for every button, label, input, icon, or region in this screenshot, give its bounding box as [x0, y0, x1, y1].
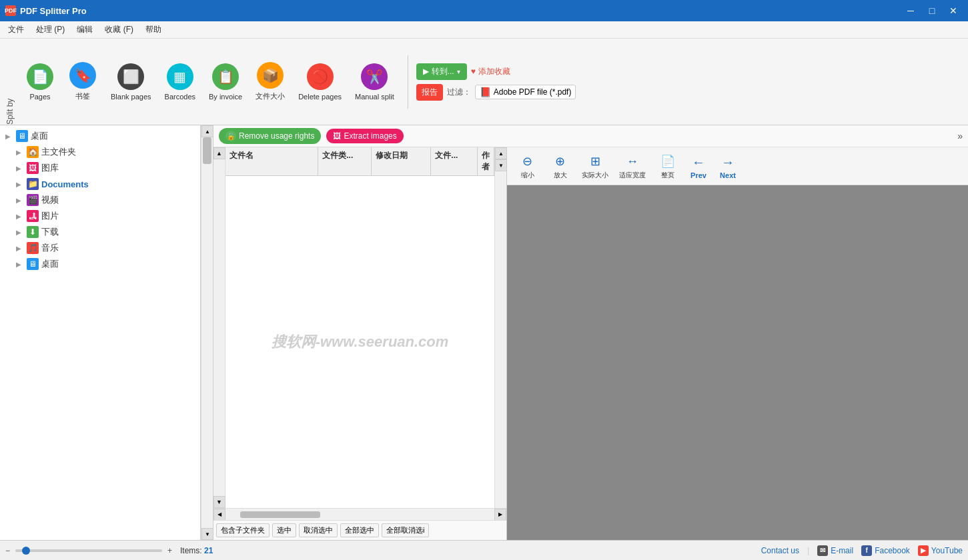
- home-icon: 🏠: [27, 146, 39, 158]
- header-type[interactable]: 文件类...: [318, 147, 372, 175]
- goto-button[interactable]: ▶ 转到... ▾: [416, 63, 467, 80]
- actual-size-button[interactable]: ⊞ 实际大小: [578, 150, 612, 182]
- scroll-up-arrow[interactable]: ▲: [201, 125, 213, 137]
- pages-icon: 📄: [27, 63, 53, 90]
- youtube-link[interactable]: ▶ YouTube: [918, 545, 963, 556]
- select-button[interactable]: 选中: [272, 523, 296, 537]
- next-arrow-icon: →: [718, 153, 737, 171]
- header-date[interactable]: 修改日期: [372, 147, 432, 175]
- fit-width-button[interactable]: ↔ 适应宽度: [615, 150, 650, 182]
- actual-size-icon: ⊞: [586, 152, 604, 171]
- expand-button[interactable]: »: [957, 131, 963, 141]
- menu-favorites[interactable]: 收藏 (F): [99, 23, 139, 37]
- barcodes-button[interactable]: ▦ Barcodes: [159, 59, 201, 105]
- manual-split-button[interactable]: ✂️ Manual split: [350, 59, 400, 105]
- minimize-button[interactable]: ─: [901, 3, 920, 18]
- filesize-button[interactable]: 📦 文件大小: [250, 58, 290, 105]
- header-author[interactable]: 作者: [478, 147, 494, 175]
- zoom-out-button[interactable]: ⊖ 缩小: [512, 150, 542, 182]
- header-name[interactable]: 文件名: [225, 147, 318, 175]
- desktop2-icon: 🖥: [27, 258, 39, 270]
- tree-item-music[interactable]: ▶ 🎵 音乐: [0, 240, 200, 256]
- report-button[interactable]: 报告: [416, 84, 443, 101]
- favorite-button[interactable]: ♥ 添加收藏: [471, 66, 510, 77]
- remove-rights-button[interactable]: 🔓 Remove usage rights: [219, 128, 321, 144]
- tree-label: 主文件夹: [41, 146, 76, 158]
- tree-item-home[interactable]: ▶ 🏠 主文件夹: [0, 144, 200, 160]
- bookmarks-button[interactable]: 🔖 书签: [63, 58, 103, 105]
- deselect-button[interactable]: 取消选中: [299, 523, 338, 537]
- pdf-icon: 📕: [480, 87, 491, 97]
- tree-item-pictures[interactable]: ▶ 🏞 图片: [0, 208, 200, 224]
- deselect-all-button[interactable]: 全部取消选i: [382, 523, 429, 537]
- invoice-icon: 📋: [212, 63, 239, 90]
- blank-pages-button[interactable]: ⬜ Blank pages: [105, 59, 157, 105]
- facebook-link[interactable]: f Facebook: [861, 545, 910, 556]
- prev-button[interactable]: ← Prev: [685, 151, 712, 181]
- title-bar-controls: ─ □ ✕: [901, 3, 963, 18]
- delete-icon: 🚫: [307, 63, 334, 90]
- menu-bar: 文件 处理 (P) 编辑 收藏 (F) 帮助: [0, 21, 968, 39]
- gallery-icon: 🖼: [27, 162, 39, 174]
- filesize-icon: 📦: [257, 62, 284, 89]
- menu-edit[interactable]: 编辑: [71, 23, 98, 37]
- tree-item-video[interactable]: ▶ 🎬 视频: [0, 192, 200, 208]
- menu-help[interactable]: 帮助: [140, 23, 167, 37]
- expand-icon: ▶: [16, 165, 24, 172]
- barcodes-icon: ▦: [167, 63, 193, 90]
- hscroll-left[interactable]: ◀: [213, 509, 225, 521]
- zoom-thumb[interactable]: [22, 547, 30, 555]
- extract-images-button[interactable]: 🖼 Extract images: [326, 129, 403, 143]
- include-subfolders-button[interactable]: 包含子文件夹: [216, 523, 270, 537]
- contact-us-link[interactable]: Contact us: [761, 546, 799, 555]
- zoom-minus-icon[interactable]: −: [5, 546, 10, 555]
- email-link[interactable]: ✉ E-mail: [817, 545, 853, 556]
- zoom-plus-icon[interactable]: +: [167, 546, 172, 555]
- tree-item-download[interactable]: ▶ ⬇ 下载: [0, 224, 200, 240]
- delete-pages-button[interactable]: 🚫 Delete pages: [293, 59, 347, 105]
- hscroll-right[interactable]: ▶: [494, 509, 506, 521]
- zoom-slider[interactable]: [15, 549, 162, 552]
- file-list-body: 搜软网-www.seeruan.com: [225, 176, 494, 508]
- fit-page-icon: 📄: [658, 152, 677, 171]
- select-all-button[interactable]: 全部选中: [340, 523, 379, 537]
- tree-label: 桌面: [31, 130, 48, 142]
- menu-process[interactable]: 处理 (P): [31, 23, 70, 37]
- hscroll-track: [227, 511, 493, 518]
- tree-item-documents[interactable]: ▶ 📁 Documents: [0, 176, 200, 192]
- scroll-thumb[interactable]: [203, 137, 211, 164]
- separator1: |: [807, 546, 809, 555]
- file-tree: ▶ 🖥 桌面 ▶ 🏠 主文件夹 ▶ 🖼 图库 ▶ 📁 Documents: [0, 125, 201, 540]
- prev-arrow-icon: ←: [689, 153, 708, 171]
- app-icon: PDF: [5, 5, 16, 16]
- maximize-button[interactable]: □: [923, 3, 941, 18]
- by-invoice-button[interactable]: 📋 By invoice: [203, 59, 248, 105]
- filter-label: 过滤：: [447, 87, 471, 98]
- fit-page-button[interactable]: 📄 整页: [652, 150, 682, 182]
- bottom-links: Contact us | ✉ E-mail f Facebook ▶ YouTu…: [761, 545, 963, 556]
- vscroll-up[interactable]: ▲: [495, 147, 506, 159]
- pages-button[interactable]: 📄 Pages: [20, 59, 60, 105]
- tree-item-desktop2[interactable]: ▶ 🖥 桌面: [0, 256, 200, 272]
- scroll-down-arrow[interactable]: ▼: [201, 528, 213, 540]
- tree-item-desktop-root[interactable]: ▶ 🖥 桌面: [0, 128, 200, 144]
- tree-label: 视频: [41, 194, 59, 206]
- tree-item-gallery[interactable]: ▶ 🖼 图库: [0, 160, 200, 176]
- facebook-icon: f: [861, 545, 872, 556]
- close-button[interactable]: ✕: [944, 3, 963, 18]
- filter-dropdown[interactable]: 📕 Adobe PDF file (*.pdf): [475, 85, 576, 99]
- scroll-down-btn[interactable]: ▼: [213, 496, 225, 508]
- vscroll-down[interactable]: ▼: [495, 159, 506, 171]
- tree-label: 桌面: [41, 258, 59, 270]
- hscroll-thumb[interactable]: [240, 511, 320, 518]
- title-bar-left: PDF PDF Splitter Pro: [5, 5, 87, 16]
- preview-panel: ⊖ 缩小 ⊕ 放大 ⊞ 实际大小 ↔ 适应宽度: [507, 147, 968, 540]
- expand-icon: ▶: [16, 149, 24, 156]
- header-size[interactable]: 文件...: [431, 147, 478, 175]
- tree-label: 音乐: [41, 242, 59, 254]
- menu-file[interactable]: 文件: [3, 23, 29, 37]
- next-button[interactable]: → Next: [714, 151, 741, 181]
- file-list-bottom: 包含子文件夹 选中 取消选中 全部选中 全部取消选i: [213, 520, 506, 540]
- zoom-in-button[interactable]: ⊕ 放大: [545, 150, 575, 182]
- scroll-up-btn[interactable]: ▲: [213, 147, 225, 159]
